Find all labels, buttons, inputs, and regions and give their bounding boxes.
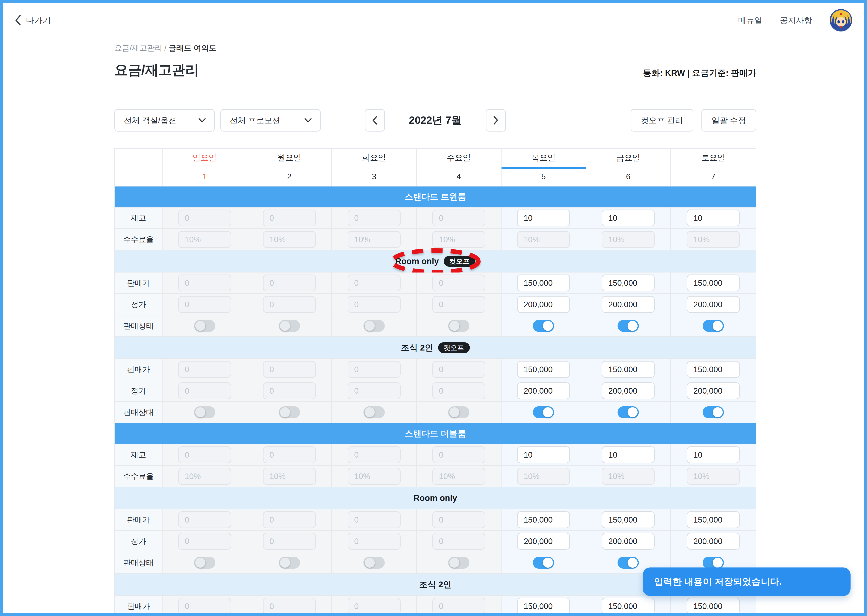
listprice-cell-col2 <box>332 294 417 316</box>
price-cell-col5 <box>586 509 671 531</box>
row-label-listprice: 정가 <box>115 531 162 552</box>
prev-month-button[interactable] <box>365 109 385 132</box>
save-success-toast: 입력한 내용이 저장되었습니다. <box>643 567 851 596</box>
price-input-col4[interactable] <box>517 275 570 291</box>
price-input-col4[interactable] <box>517 511 570 528</box>
next-month-button[interactable] <box>486 109 506 132</box>
price-cell-col5 <box>586 359 671 380</box>
sale-status-toggle-col5[interactable] <box>618 406 639 418</box>
toggle-knob <box>543 558 553 568</box>
price-input-col6[interactable] <box>687 275 740 291</box>
toggle-knob <box>713 558 723 568</box>
listprice-input-col5[interactable] <box>602 533 655 550</box>
price-cell-col3 <box>417 272 501 294</box>
price-input-col1 <box>263 598 316 614</box>
toggle-knob <box>195 321 205 331</box>
listprice-input-col6[interactable] <box>687 533 740 550</box>
breadcrumb-parent-link[interactable]: 요금/재고관리 <box>114 44 162 52</box>
listprice-input-col5[interactable] <box>602 296 655 313</box>
stock-cell-col6 <box>671 444 756 466</box>
price-cell-col0 <box>162 596 247 616</box>
stock-cell-col5 <box>586 444 671 466</box>
listprice-input-col2 <box>348 533 400 550</box>
listprice-input-col3 <box>432 382 485 399</box>
fee-input-col6 <box>687 468 740 485</box>
stock-input-col5[interactable] <box>602 209 655 226</box>
sale-status-toggle-col5[interactable] <box>618 557 639 569</box>
listprice-input-col6[interactable] <box>687 296 740 313</box>
listprice-input-col5[interactable] <box>602 382 655 399</box>
sale-status-toggle-col4[interactable] <box>533 406 554 418</box>
price-input-col5[interactable] <box>602 361 655 378</box>
fee-cell-col6 <box>671 466 756 487</box>
row-label-listprice: 정가 <box>115 380 162 402</box>
stock-input-col2 <box>348 209 400 226</box>
fee-input-col0 <box>178 468 231 485</box>
room-type-header: 스탠다드 더블룸 <box>115 423 756 444</box>
weekday-header-row: 일요일월요일화요일수요일목요일금요일토요일 <box>115 149 756 167</box>
sale-status-toggle-col4[interactable] <box>533 320 554 332</box>
listprice-input-col4[interactable] <box>517 382 570 399</box>
sale-status-toggle-col4[interactable] <box>533 557 554 569</box>
price-cell-col0 <box>162 509 247 531</box>
stock-cell-col1 <box>247 444 332 466</box>
toast-message: 입력한 내용이 저장되었습니다. <box>654 575 782 588</box>
price-cell-col1 <box>247 359 332 380</box>
manual-link[interactable]: 메뉴얼 <box>738 15 762 26</box>
price-input-col4[interactable] <box>517 598 570 614</box>
listprice-input-col6[interactable] <box>687 382 740 399</box>
sale-status-toggle-col6[interactable] <box>703 320 724 332</box>
toggle-knob <box>627 558 638 568</box>
rate-plan-name: Room only <box>414 493 457 503</box>
price-cell-col1 <box>247 509 332 531</box>
fee-cell-col4 <box>501 466 586 487</box>
stock-input-col6[interactable] <box>687 446 740 463</box>
breadcrumb: 요금/재고관리 / 글래드 여의도 <box>114 43 216 53</box>
sale-status-toggle-col6[interactable] <box>703 406 724 418</box>
status-cell-col5 <box>586 316 671 337</box>
price-cell-col6 <box>671 359 756 380</box>
bulk-edit-button[interactable]: 일괄 수정 <box>701 109 756 132</box>
listprice-input-col3 <box>432 296 485 313</box>
price-input-col2 <box>348 598 400 614</box>
rate-plan-name: 조식 2인 <box>401 342 433 353</box>
sale-status-toggle-col6[interactable] <box>703 557 724 569</box>
stock-input-col5[interactable] <box>602 446 655 463</box>
price-input-col5[interactable] <box>602 511 655 528</box>
stock-input-col3 <box>432 209 485 226</box>
fee-cell-col4 <box>501 229 586 250</box>
weekday-header-3: 수요일 <box>417 149 501 167</box>
listprice-input-col4[interactable] <box>517 533 570 550</box>
room-option-select[interactable]: 전체 객실/옵션 <box>114 109 215 132</box>
sale-status-toggle-col3 <box>448 320 470 332</box>
promotion-select[interactable]: 전체 프로모션 <box>221 109 321 132</box>
price-cell-col2 <box>332 596 417 616</box>
filter-selects: 전체 객실/옵션 전체 프로모션 <box>114 109 321 132</box>
fee-cell-col1 <box>247 229 332 250</box>
toggle-knob <box>713 321 723 331</box>
listprice-cell-col3 <box>417 531 501 552</box>
status-cell-col4 <box>501 402 586 423</box>
status-cell-col3 <box>417 316 501 337</box>
listprice-input-col4[interactable] <box>517 296 570 313</box>
price-input-col4[interactable] <box>517 361 570 378</box>
stock-input-col6[interactable] <box>687 209 740 226</box>
stock-input-col4[interactable] <box>517 209 570 226</box>
cutoff-manage-button[interactable]: 컷오프 관리 <box>631 109 694 132</box>
table-row: 판매가 <box>115 359 756 380</box>
sale-status-toggle-col5[interactable] <box>618 320 639 332</box>
fee-cell-col5 <box>586 229 671 250</box>
price-input-col6[interactable] <box>687 361 740 378</box>
price-input-col6[interactable] <box>687 598 740 614</box>
stock-input-col4[interactable] <box>517 446 570 463</box>
price-input-col2 <box>348 275 400 291</box>
notice-link[interactable]: 공지사항 <box>780 15 812 26</box>
price-input-col5[interactable] <box>602 598 655 614</box>
price-input-col5[interactable] <box>602 275 655 291</box>
profile-avatar[interactable] <box>830 9 852 31</box>
price-input-col0 <box>178 598 231 614</box>
stock-cell-col5 <box>586 207 671 229</box>
table-row: 정가 <box>115 380 756 402</box>
exit-button[interactable]: 나가기 <box>15 15 51 26</box>
price-input-col6[interactable] <box>687 511 740 528</box>
